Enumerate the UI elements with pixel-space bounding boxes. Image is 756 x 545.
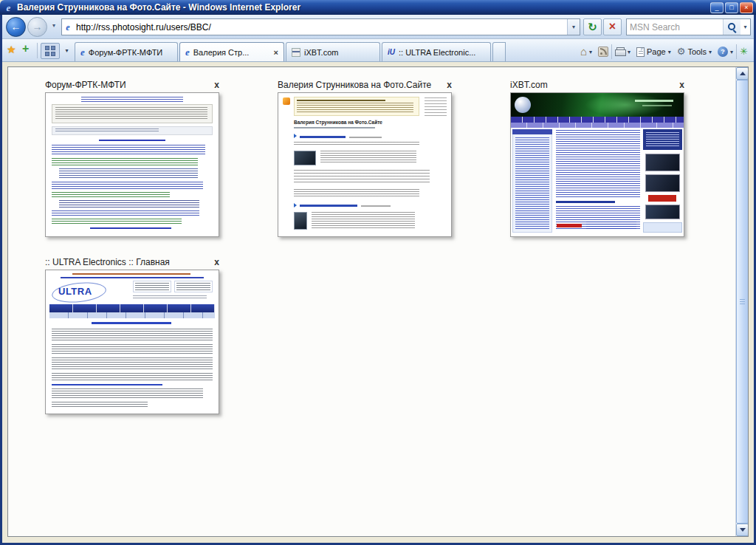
gear-icon: ⚙ <box>677 47 686 57</box>
quick-tabs-view: Форум-ФРТК-МФТИ x <box>7 66 749 537</box>
minimize-button[interactable]: _ <box>710 2 724 13</box>
tab-ultra[interactable]: iU :: ULTRA Electronic... <box>382 42 491 61</box>
thumbnail-preview-forum <box>46 93 219 236</box>
scrollbar-grip-icon <box>740 299 745 305</box>
ixbt-favicon-icon <box>292 48 300 57</box>
news-photo <box>645 154 680 171</box>
address-input[interactable] <box>74 22 567 32</box>
address-dropdown-button[interactable]: ▾ <box>567 19 580 35</box>
quick-tab-title: Валерия Струнникова на Фото.Сайте <box>278 80 441 90</box>
separator <box>37 43 38 58</box>
quick-tab-close-icon[interactable]: x <box>441 80 452 90</box>
new-tab-stub[interactable] <box>492 42 506 61</box>
printer-icon <box>615 47 625 56</box>
tab-label: Валерия Стр... <box>193 48 270 57</box>
chevron-down-icon: ▾ <box>730 49 733 55</box>
rss-feed-icon <box>598 47 608 57</box>
tab-close-icon[interactable]: × <box>274 48 278 57</box>
addon-button[interactable]: ✳ <box>737 43 751 61</box>
search-button[interactable] <box>723 19 740 35</box>
news-photo <box>645 174 680 192</box>
title-bar: e Валерия Струнникова на Фото.Сайте - Wi… <box>0 0 756 15</box>
search-provider-dropdown[interactable]: ▾ <box>740 24 750 30</box>
tools-menu-button[interactable]: ⚙ Tools ▾ <box>674 43 715 61</box>
print-button[interactable]: ▾ <box>612 43 633 61</box>
navigation-bar: ← → ▾ e ▾ ↻ × ▾ <box>2 15 754 39</box>
quick-tab-close-icon[interactable]: x <box>209 257 219 267</box>
ie-favicon-icon: e <box>80 47 85 58</box>
quick-tab-title: iXBT.com <box>510 80 674 90</box>
back-button[interactable]: ← <box>6 17 26 37</box>
quick-tab-close-icon[interactable]: x <box>209 80 219 90</box>
stop-button[interactable]: × <box>603 18 622 35</box>
chevron-down-icon: ▾ <box>668 49 671 55</box>
quick-tab-thumbnail[interactable] <box>510 92 684 237</box>
address-bar[interactable]: e ▾ <box>61 18 580 35</box>
quick-tab-title: :: ULTRA Electronics :: Главная <box>45 257 209 267</box>
quick-tab-tile-ultra: :: ULTRA Electronics :: Главная x ULTRA <box>45 256 219 414</box>
quick-tab-close-icon[interactable]: x <box>674 80 684 90</box>
add-favorite-button[interactable]: + <box>22 42 29 55</box>
feed-button[interactable] <box>595 43 611 61</box>
refresh-button[interactable]: ↻ <box>583 18 602 35</box>
quick-tab-title: Форум-ФРТК-МФТИ <box>45 80 209 90</box>
page-icon <box>636 47 645 57</box>
quick-tab-thumbnail[interactable] <box>45 92 219 237</box>
page-menu-button[interactable]: Page ▾ <box>633 43 674 61</box>
window-title: Валерия Струнникова на Фото.Сайте - Wind… <box>17 2 710 13</box>
recent-pages-dropdown[interactable]: ▾ <box>49 22 58 29</box>
tab-strip: e Форум-ФРТК-МФТИ e Валерия Стр... × iXB… <box>75 42 506 61</box>
quick-tab-thumbnail[interactable]: ULTRA <box>45 270 219 414</box>
tab-ixbt[interactable]: iXBT.com <box>286 42 380 61</box>
client-area: Форум-ФРТК-МФТИ x <box>2 62 754 543</box>
close-button[interactable]: × <box>740 2 753 13</box>
feed-photo <box>294 212 307 230</box>
forward-button[interactable]: → <box>27 17 47 37</box>
chevron-down-icon: ▾ <box>628 49 630 55</box>
thumbnail-preview-ixbt <box>511 93 684 236</box>
help-icon: ? <box>718 47 728 57</box>
search-input[interactable] <box>627 22 723 32</box>
quick-tabs-grid-icon <box>45 46 55 56</box>
quick-tab-tile-valeria: Валерия Струнникова на Фото.Сайте x Вале… <box>278 79 452 237</box>
command-bar: ⌂ ▾ ▾ Page ▾ ⚙ Tools ▾ ? <box>577 42 751 61</box>
ultra-favicon-icon: iU <box>388 47 395 57</box>
favorites-center-button[interactable]: ★ <box>7 44 16 55</box>
arrow-down-icon <box>740 528 746 532</box>
magnifier-icon <box>727 22 737 32</box>
ie-favicon-icon: e <box>185 47 190 58</box>
thumbnail-preview-ultra: ULTRA <box>46 270 219 414</box>
tab-list-dropdown[interactable]: ▾ <box>62 43 72 59</box>
quick-tab-thumbnail[interactable]: Валерия Струнникова на Фото.Сайте <box>278 92 452 237</box>
nav-bar <box>49 304 215 312</box>
tab-label: Форум-ФРТК-МФТИ <box>89 48 172 57</box>
help-menu-button[interactable]: ? ▾ <box>715 43 736 61</box>
tab-bar: ★ + ▾ e Форум-ФРТК-МФТИ e Валерия Стр...… <box>2 39 754 62</box>
home-button[interactable]: ⌂ ▾ <box>577 43 595 61</box>
news-photo <box>645 205 680 219</box>
chevron-down-icon: ▾ <box>589 49 592 55</box>
search-box: ▾ <box>626 18 751 35</box>
chevron-down-icon: ▾ <box>709 49 712 55</box>
home-icon: ⌂ <box>580 46 587 58</box>
window-frame: ← → ▾ e ▾ ↻ × ▾ ★ + ▾ e Форум-ФРТК-МФТИ <box>0 15 756 545</box>
quick-tabs-button[interactable] <box>41 43 60 59</box>
scrollbar-thumb[interactable] <box>736 80 749 524</box>
maximize-button[interactable]: □ <box>725 2 738 13</box>
vertical-scrollbar[interactable] <box>735 67 748 536</box>
rss-icon <box>283 97 290 105</box>
addon-flower-icon: ✳ <box>740 47 748 57</box>
tab-label: iXBT.com <box>304 48 374 57</box>
tab-forum[interactable]: e Форум-ФРТК-МФТИ <box>75 42 178 61</box>
tab-valeria-active[interactable]: e Валерия Стр... × <box>179 42 284 61</box>
page-favicon-icon: e <box>62 20 74 35</box>
thumbnail-preview-feed: Валерия Струнникова на Фото.Сайте <box>278 93 451 236</box>
scrollbar-track[interactable] <box>736 80 749 524</box>
tools-menu-label: Tools <box>687 47 707 56</box>
scroll-up-button[interactable] <box>736 67 749 80</box>
quick-tab-tile-forum: Форум-ФРТК-МФТИ x <box>45 79 219 237</box>
feed-heading: Валерия Струнникова на Фото.Сайте <box>294 120 382 125</box>
ie-logo-icon: e <box>3 2 14 13</box>
red-button <box>648 195 676 202</box>
scroll-down-button[interactable] <box>736 524 749 536</box>
